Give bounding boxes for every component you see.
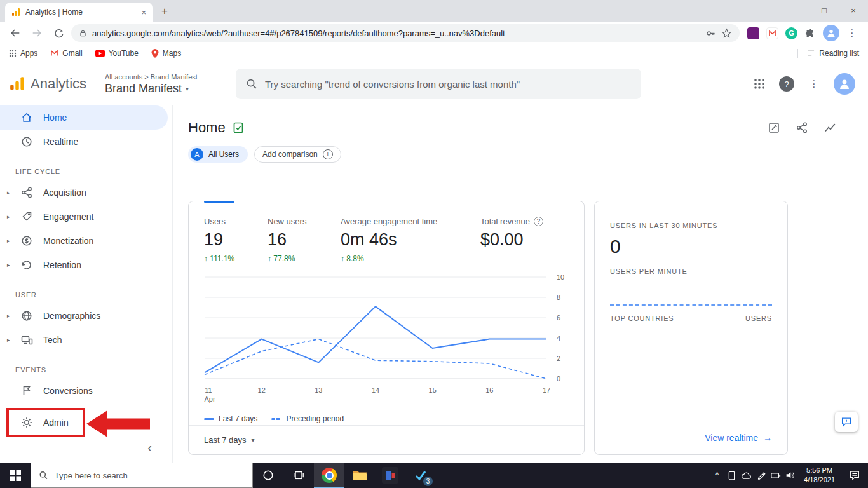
date-range-selector[interactable]: Last 7 days ▾	[189, 425, 584, 454]
browser-profile-avatar[interactable]	[823, 25, 839, 41]
svg-text:0: 0	[557, 375, 560, 383]
start-button[interactable]	[0, 463, 31, 488]
sidebar-item-engagement[interactable]: ▸ Engagement	[0, 205, 172, 229]
trend-chart-wrap: 024681011121314151617Apr	[204, 273, 569, 407]
trend-chart[interactable]: 024681011121314151617Apr	[204, 273, 570, 407]
taskbar-search-box[interactable]	[31, 463, 253, 488]
extensions-area: G ⋮	[743, 25, 862, 41]
users-30min-value: 0	[610, 236, 772, 257]
account-selector-label: Brand Manifest	[105, 82, 182, 95]
screen: Analytics | Home × + – □ × analytics.goo…	[0, 0, 868, 488]
metric-label-text: Total revenue	[480, 217, 530, 226]
window-minimize-button[interactable]: –	[780, 0, 810, 21]
new-tab-button[interactable]: +	[156, 3, 173, 20]
taskbar-clock[interactable]: 5:56 PM 4/18/2021	[797, 466, 841, 485]
sidebar-item-demographics[interactable]: ▸ Demographics	[0, 304, 172, 328]
metric-users[interactable]: Users 19 ↑ 111.1%	[204, 217, 268, 263]
tray-pen-icon[interactable]	[754, 463, 768, 488]
system-tray: ^ 5:56 PM 4/18/2021	[710, 463, 868, 488]
search-input[interactable]	[265, 79, 631, 90]
sidebar-item-realtime[interactable]: Realtime	[0, 130, 172, 154]
all-users-label: All Users	[208, 150, 239, 159]
sidebar-item-acquisition[interactable]: ▸ Acquisition	[0, 180, 172, 205]
analytics-search-bar[interactable]	[236, 69, 641, 99]
comparison-chips: A All Users Add comparison +	[173, 136, 868, 163]
sidebar-item-retention[interactable]: ▸ Retention	[0, 253, 172, 277]
refresh-button[interactable]	[50, 24, 67, 42]
tray-volume-icon[interactable]	[783, 463, 797, 488]
metric-engagement-time[interactable]: Average engagement time 0m 46s ↑ 8.8%	[341, 217, 480, 263]
reading-list-button[interactable]: Reading list	[797, 49, 859, 58]
bookmark-apps[interactable]: Apps	[9, 49, 37, 58]
sidebar-item-conversions[interactable]: Conversions	[0, 379, 172, 403]
action-center-button[interactable]	[841, 463, 868, 488]
metric-value: $0.00	[480, 230, 569, 250]
view-realtime-link[interactable]: View realtime →	[705, 433, 772, 443]
expand-arrow-icon[interactable]: ▸	[7, 238, 10, 244]
account-avatar[interactable]	[834, 73, 855, 95]
overview-metrics-card: Users 19 ↑ 111.1% New users 16 ↑ 77.8% A…	[188, 201, 585, 455]
window-close-button[interactable]: ×	[839, 0, 868, 21]
all-users-chip[interactable]: A All Users	[188, 146, 248, 163]
password-key-icon[interactable]	[705, 28, 716, 39]
taskbar-file-explorer-button[interactable]	[344, 463, 375, 488]
extensions-puzzle-icon[interactable]	[804, 27, 816, 39]
expand-arrow-icon[interactable]: ▸	[7, 262, 10, 268]
svg-text:16: 16	[485, 386, 493, 394]
browser-tab[interactable]: Analytics | Home ×	[5, 3, 153, 22]
sidebar-item-label: Conversions	[43, 386, 93, 396]
help-circle-icon[interactable]: ?	[534, 217, 543, 226]
analytics-logo[interactable]: Analytics	[0, 76, 105, 92]
tray-phone-icon[interactable]	[724, 463, 739, 488]
sidebar-item-home[interactable]: Home	[0, 105, 168, 130]
cortana-button[interactable]	[253, 463, 283, 488]
expand-arrow-icon[interactable]: ▸	[7, 189, 10, 196]
address-bar[interactable]: analytics.google.com/analytics/web/?auth…	[71, 24, 740, 42]
expand-arrow-icon[interactable]: ▸	[7, 337, 10, 343]
window-maximize-button[interactable]: □	[810, 0, 839, 21]
back-button[interactable]	[6, 24, 24, 42]
insights-icon[interactable]	[824, 121, 836, 134]
taskbar-chrome-button[interactable]	[314, 463, 344, 488]
expand-arrow-icon[interactable]: ▸	[7, 214, 10, 220]
bookmark-maps[interactable]: Maps	[151, 49, 181, 58]
metric-new-users[interactable]: New users 16 ↑ 77.8%	[268, 217, 341, 263]
google-apps-grid-icon[interactable]	[754, 78, 765, 90]
grammarly-extension-icon[interactable]: G	[785, 27, 797, 39]
browser-menu-icon[interactable]: ⋮	[846, 27, 858, 39]
bookmarks-bar: Apps Gmail YouTube Maps Reading list	[0, 44, 868, 62]
help-icon[interactable]: ?	[779, 76, 794, 92]
taskbar-search-input[interactable]	[55, 471, 245, 480]
feedback-button[interactable]	[835, 412, 858, 432]
tray-cloud-icon[interactable]	[739, 463, 754, 488]
taskbar-app-button-2[interactable]: 3	[405, 463, 436, 488]
expand-arrow-icon[interactable]: ▸	[7, 313, 10, 319]
header-kebab-icon[interactable]: ⋮	[808, 78, 820, 90]
tray-chevron-up-icon[interactable]: ^	[710, 463, 724, 488]
metric-total-revenue[interactable]: Total revenue ? $0.00	[480, 217, 569, 263]
bookmark-youtube[interactable]: YouTube	[95, 49, 139, 58]
share-icon[interactable]	[796, 121, 808, 134]
tray-battery-icon[interactable]	[768, 463, 783, 488]
svg-text:17: 17	[543, 386, 550, 394]
sidebar-item-monetization[interactable]: ▸ Monetization	[0, 229, 172, 253]
sidebar-item-label: Demographics	[43, 311, 100, 321]
account-selector[interactable]: Brand Manifest ▾	[105, 82, 226, 95]
task-view-button[interactable]	[283, 463, 314, 488]
gmail-extension-icon[interactable]	[766, 27, 778, 39]
add-comparison-chip[interactable]: Add comparison +	[254, 146, 341, 163]
customize-report-icon[interactable]	[768, 121, 780, 134]
sidebar-item-tech[interactable]: ▸ Tech	[0, 328, 172, 352]
forward-button[interactable]	[28, 24, 46, 42]
extension-icon-1[interactable]	[747, 27, 759, 39]
flag-icon	[20, 384, 33, 397]
breadcrumb: All accounts > Brand Manifest	[105, 73, 226, 81]
sidebar-collapse-icon[interactable]: ‹	[147, 440, 152, 455]
bookmark-gmail[interactable]: Gmail	[50, 49, 82, 58]
taskbar-app-button-1[interactable]	[375, 463, 405, 488]
bookmark-star-icon[interactable]	[721, 28, 732, 39]
metric-delta-value: 8.8%	[346, 254, 363, 263]
acquisition-icon	[20, 186, 33, 199]
retention-icon	[20, 259, 33, 271]
tab-close-icon[interactable]: ×	[141, 8, 146, 17]
